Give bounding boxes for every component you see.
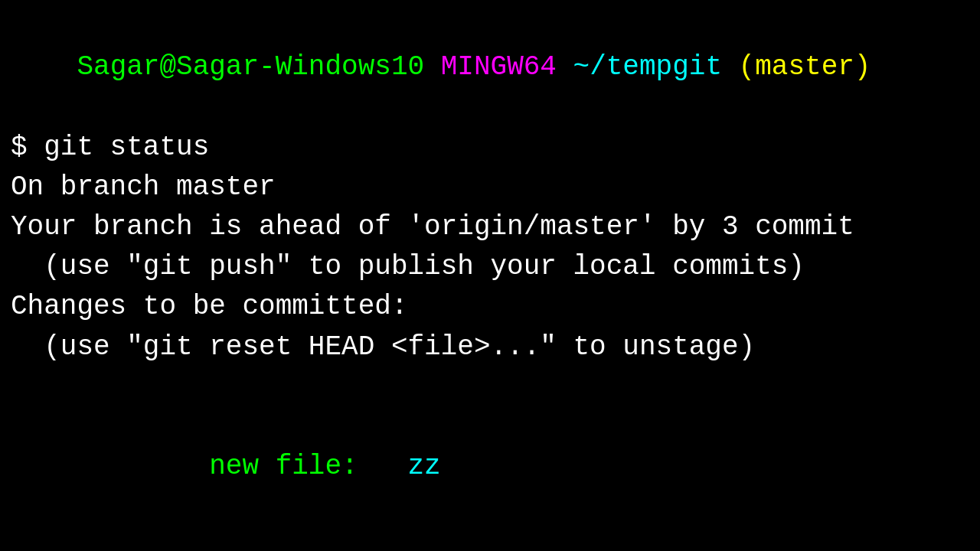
prompt-space3 <box>722 51 739 83</box>
prompt-space <box>424 51 441 83</box>
on-branch-line: On branch master <box>11 168 969 207</box>
command-line: $ git status <box>11 128 969 168</box>
prompt-space2 <box>557 51 573 83</box>
prompt-user: Sagar@Sagar-Windows10 <box>77 51 424 83</box>
empty-line-2 <box>11 527 969 551</box>
changes-committed-line: Changes to be committed: <box>11 287 969 327</box>
prompt-line: Sagar@Sagar-Windows10 MINGW64 ~/tempgit … <box>11 8 969 128</box>
terminal-window: Sagar@Sagar-Windows10 MINGW64 ~/tempgit … <box>0 0 980 551</box>
new-file-value: zz <box>408 451 441 482</box>
prompt-branch: (master) <box>739 51 871 83</box>
new-file-line: new file: zz <box>11 407 969 527</box>
empty-line-1 <box>11 367 969 407</box>
prompt-env: MINGW64 <box>441 51 557 83</box>
git-push-hint: (use "git push" to publish your local co… <box>11 247 969 287</box>
prompt-path: ~/tempgit <box>573 51 722 83</box>
ahead-line: Your branch is ahead of 'origin/master' … <box>11 207 969 247</box>
git-reset-hint: (use "git reset HEAD <file>..." to unsta… <box>11 328 969 367</box>
new-file-label: new file: <box>77 451 407 482</box>
